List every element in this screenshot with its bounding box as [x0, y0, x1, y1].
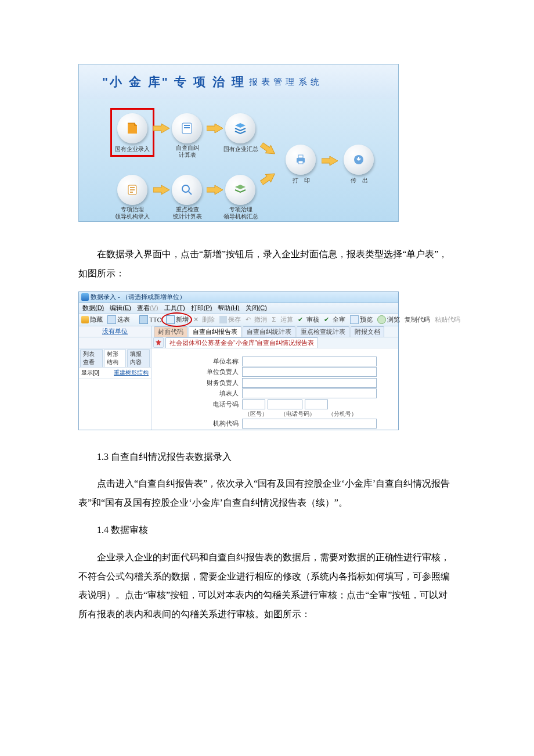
pin-button[interactable]: [153, 337, 164, 348]
no-unit-link[interactable]: 没有单位: [102, 327, 128, 336]
tree-tab-list[interactable]: 列表查看: [80, 349, 103, 367]
tool-preview[interactable]: 预览: [350, 315, 373, 324]
tool-select-table[interactable]: 选表: [107, 315, 130, 324]
undo-icon: ↶: [246, 316, 253, 323]
browse-icon: [377, 315, 386, 324]
stack-icon: [233, 183, 247, 197]
tool-delete[interactable]: ✕删除: [193, 315, 215, 324]
svg-rect-1: [184, 125, 190, 126]
pin-icon: [156, 340, 161, 345]
heading-1-3: 1.3 自查自纠情况报告表数据录入: [78, 448, 456, 467]
heading-1-4: 1.4 数据审核: [78, 521, 456, 540]
label-unit-name: 单位名称: [151, 357, 242, 366]
input-unit-head[interactable]: [242, 367, 377, 377]
node-input-enterprise-label: 国有企业录入: [112, 146, 153, 153]
banner-title-sub: 报 表 管 理 系 统: [249, 77, 320, 88]
sheet-icon: [180, 121, 194, 135]
tool-paste-code[interactable]: 粘贴代码: [435, 315, 460, 324]
book-icon: [125, 121, 139, 135]
node-print[interactable]: [286, 145, 316, 175]
tree-tab-fill[interactable]: 填报内容: [127, 349, 150, 367]
calc-icon: Σ: [272, 316, 279, 323]
export-icon: [352, 153, 366, 167]
tool-save[interactable]: 保存: [219, 315, 241, 324]
check-icon: ✔: [324, 316, 331, 323]
input-fin-head[interactable]: [242, 378, 377, 388]
new-icon: [166, 315, 175, 324]
node-enterprise-summary[interactable]: [225, 113, 255, 143]
tool-hide[interactable]: 隐藏: [81, 315, 103, 324]
menu-help[interactable]: 帮助(H): [218, 304, 239, 312]
unit-hint: 没有单位: [79, 326, 151, 337]
subtab-report[interactable]: 社会团体和公募基金会“小金库”自查自纠情况报告表: [165, 337, 318, 348]
tool-check[interactable]: ✔审核: [298, 315, 319, 324]
svg-rect-2: [184, 127, 190, 128]
stack-icon: [233, 121, 247, 135]
node-leading-summary-label: 专项治理领导机构汇总: [221, 206, 261, 220]
menubar: 数据(D) 编辑(E) 查看(V) 工具(T) 打印(P) 帮助(H) 关闭(C…: [79, 303, 398, 314]
label-unit-head: 单位负责人: [151, 368, 242, 376]
arrow-icon: [207, 123, 223, 134]
report-tabs: 封面代码 自查自纠报告表 自查自纠统计表 重点检查统计表 附报文档: [151, 326, 398, 337]
tool-new[interactable]: 新增: [166, 315, 189, 324]
input-org-code[interactable]: [242, 419, 377, 429]
input-phone-num[interactable]: [268, 399, 302, 409]
tool-undo[interactable]: ↶撤消: [246, 315, 267, 324]
phone-area-hint: （区号）: [244, 410, 268, 418]
node-leading-input[interactable]: [117, 175, 147, 205]
paragraph-2: 点击进入“自查自纠报告表”，依次录入“国有及国有控股企业‘小金库’自查自纠情况报…: [78, 474, 456, 513]
node-selfcheck-calc[interactable]: [172, 113, 202, 143]
tab-self-stats[interactable]: 自查自纠统计表: [243, 326, 295, 337]
node-export[interactable]: [344, 145, 374, 175]
node-export-label: 传 出: [339, 177, 380, 184]
node-input-enterprise[interactable]: [117, 113, 147, 143]
label-fin-head: 财务负责人: [151, 379, 242, 387]
menu-edit[interactable]: 编辑(E): [110, 304, 131, 312]
input-phone-ext[interactable]: [305, 399, 328, 409]
svg-rect-5: [298, 161, 303, 164]
left-panel: 列表查看 树形结构 填报内容 显示[0] 重建树形结构: [79, 348, 151, 430]
tab-attachments[interactable]: 附报文档: [351, 326, 384, 337]
save-icon: [219, 316, 227, 323]
svg-rect-4: [298, 155, 303, 158]
tool-copy-code[interactable]: 复制代码: [405, 315, 430, 324]
rebuild-tree-link[interactable]: 重建树形结构: [114, 369, 149, 377]
check-icon: ✔: [298, 316, 305, 323]
arrow-icon: [207, 184, 223, 196]
app-icon: [81, 293, 89, 301]
menu-view[interactable]: 查看(V): [137, 304, 158, 312]
table-icon: [107, 315, 116, 324]
node-leading-summary[interactable]: [225, 175, 255, 205]
arrow-icon: [258, 169, 278, 188]
app-banner: "小 金 库" 专 项 治 理 报 表 管 理 系 统: [79, 64, 398, 99]
input-phone-area[interactable]: [242, 399, 265, 409]
tool-check-all[interactable]: ✔全审: [324, 315, 345, 324]
printer-icon: [294, 153, 308, 167]
preview-icon: [350, 315, 359, 324]
form-area: 单位名称 单位负责人 财务负责人 填表人 电话号码 （区号） （电话号码） （分…: [151, 348, 398, 430]
tool-browse[interactable]: 浏览: [377, 315, 400, 324]
tree-tab-tree[interactable]: 树形结构: [104, 349, 127, 367]
workflow-diagram: 国有企业录入 自查自纠计算表 国有企业汇总: [79, 99, 398, 221]
input-filler[interactable]: [242, 388, 377, 398]
menu-print[interactable]: 打印(P): [191, 304, 212, 312]
phone-ext-hint: （分机号）: [328, 410, 357, 418]
delete-icon: ✕: [193, 316, 201, 323]
tab-cover-code[interactable]: 封面代码: [154, 326, 187, 337]
tool-ttc[interactable]: TTC: [139, 315, 161, 324]
ttc-icon: [139, 315, 148, 324]
banner-title-main: "小 金 库" 专 项 治 理: [102, 74, 246, 90]
node-selfcheck-calc-label: 自查自纠计算表: [167, 145, 208, 159]
paragraph-1: 在数据录入界面中，点击“新增”按钮后，录入企业封面信息，报表类型选择“单户表”，…: [78, 245, 456, 283]
tool-calc[interactable]: Σ运算: [272, 315, 293, 324]
input-unit-name[interactable]: [242, 357, 377, 366]
menu-close[interactable]: 关闭(C): [246, 304, 267, 312]
menu-tools[interactable]: 工具(T): [164, 304, 185, 312]
label-phone: 电话号码: [151, 400, 242, 409]
node-keycheck-calc-label: 重点检查统计计算表: [167, 206, 208, 220]
window-titlebar: 数据录入 - （请选择或新增单位）: [79, 292, 398, 303]
tab-key-stats[interactable]: 重点检查统计表: [297, 326, 349, 337]
node-keycheck-calc[interactable]: [172, 175, 202, 205]
menu-data[interactable]: 数据(D): [82, 304, 104, 312]
tab-self-report[interactable]: 自查自纠报告表: [189, 326, 241, 337]
